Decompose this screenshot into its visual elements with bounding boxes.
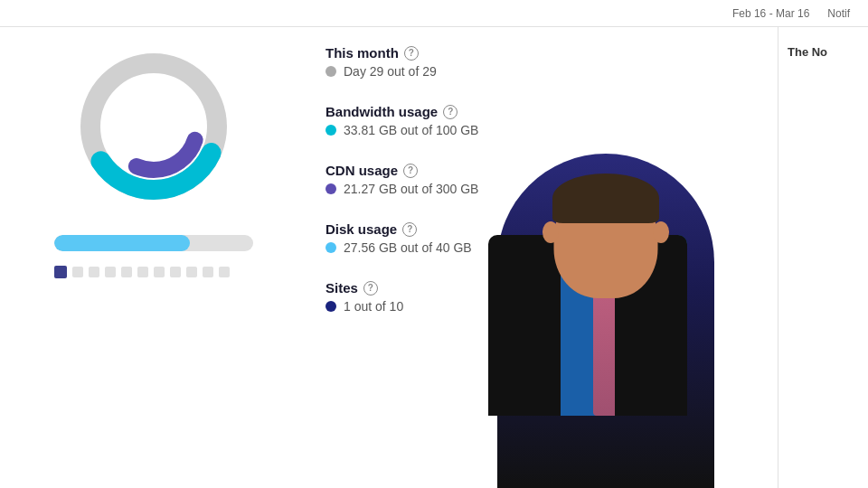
- stat-this-month-label: This month ?: [326, 45, 750, 61]
- this-month-help-icon[interactable]: ?: [404, 46, 419, 61]
- cdn-help-icon[interactable]: ?: [403, 164, 418, 178]
- this-month-dot: [326, 66, 336, 77]
- header-notif: Notif: [827, 7, 850, 20]
- stats-panel: This month ? Day 29 out of 29 Bandwidth …: [289, 0, 778, 488]
- dot-6: [154, 267, 165, 277]
- dot-8: [186, 267, 197, 277]
- stat-bandwidth: Bandwidth usage ? 33.81 GB out of 100 GB: [326, 104, 750, 137]
- dots-container: [54, 266, 253, 278]
- left-panel: [0, 0, 289, 488]
- dot-9: [203, 267, 213, 277]
- dot-1: [72, 267, 83, 277]
- stat-cdn: CDN usage ? 21.27 GB out of 300 GB: [326, 163, 750, 196]
- bandwidth-help-icon[interactable]: ?: [443, 105, 458, 119]
- stat-sites-value: 1 out of 10: [326, 299, 750, 314]
- donut-svg: [72, 45, 235, 208]
- disk-dot: [326, 242, 336, 253]
- dot-2: [89, 267, 99, 277]
- sites-help-icon[interactable]: ?: [363, 281, 378, 296]
- main-container: Feb 16 - Mar 16 Notif: [0, 0, 868, 488]
- donut-chart: [72, 45, 235, 208]
- disk-help-icon[interactable]: ?: [402, 222, 417, 237]
- dot-7: [170, 267, 181, 277]
- dot-3: [105, 267, 116, 277]
- stat-cdn-label: CDN usage ?: [326, 163, 750, 178]
- dot-10: [219, 267, 230, 277]
- stat-bandwidth-label: Bandwidth usage ?: [326, 104, 750, 119]
- header-bar: Feb 16 - Mar 16 Notif: [0, 0, 868, 27]
- stat-sites: Sites ? 1 out of 10: [326, 280, 750, 314]
- sites-dot: [326, 301, 336, 312]
- dot-active: [54, 266, 67, 278]
- progress-bar-fill: [54, 235, 190, 251]
- progress-bar-container: [54, 235, 253, 251]
- stat-disk-label: Disk usage ?: [326, 221, 750, 237]
- dot-5: [137, 267, 148, 277]
- bandwidth-dot: [326, 125, 336, 136]
- stat-disk: Disk usage ? 27.56 GB out of 40 GB: [326, 221, 750, 255]
- cdn-dot: [326, 183, 336, 194]
- stat-bandwidth-value: 33.81 GB out of 100 GB: [326, 123, 750, 137]
- stat-this-month: This month ? Day 29 out of 29: [326, 45, 750, 79]
- stat-this-month-value: Day 29 out of 29: [326, 64, 750, 79]
- stat-disk-value: 27.56 GB out of 40 GB: [326, 240, 750, 255]
- header-date: Feb 16 - Mar 16: [732, 7, 809, 20]
- svg-point-3: [125, 98, 183, 155]
- progress-section: [54, 235, 253, 278]
- stat-sites-label: Sites ?: [326, 280, 750, 296]
- stat-cdn-value: 21.27 GB out of 300 GB: [326, 182, 750, 196]
- notif-title: The No: [788, 45, 859, 59]
- dot-4: [121, 267, 132, 277]
- notif-panel: The No: [778, 0, 868, 488]
